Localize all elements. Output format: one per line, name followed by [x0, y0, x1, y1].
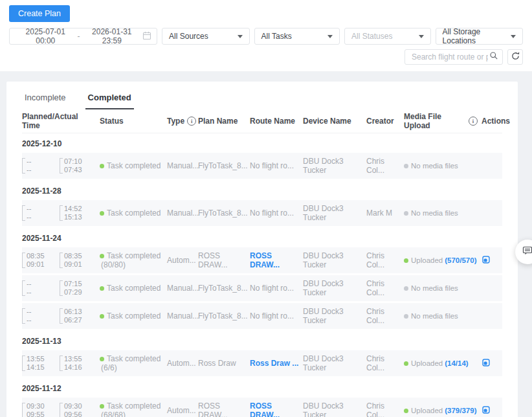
tab-incomplete[interactable]: Incomplete — [22, 87, 69, 109]
plan-name-cell: Ross Draw — [198, 359, 250, 368]
tab-completed[interactable]: Completed — [85, 87, 134, 109]
status-dot — [100, 254, 104, 258]
plan-name-cell: FlyToTask_8... — [198, 161, 250, 170]
status-cell: Task completed — [100, 208, 167, 218]
col-header-actions: Actions — [482, 117, 501, 126]
media-gallery-icon — [482, 358, 491, 369]
status-dot — [100, 286, 104, 291]
actual-time-cell: 08:3509:01 — [60, 252, 100, 269]
refresh-button[interactable] — [507, 49, 523, 65]
date-group-header: 2025-12-10 — [22, 133, 502, 153]
status-dot — [100, 164, 104, 168]
plan-name-cell: ROSS DRAW... — [198, 401, 250, 417]
device-name-cell: DBU Dock3 Tucker — [303, 251, 366, 269]
type-cell: Manual... — [167, 284, 198, 293]
actions-cell — [482, 405, 501, 416]
device-name-cell: DBU Dock3 Tucker — [303, 354, 366, 372]
status-label: Task completed — [107, 311, 161, 321]
status-cell: Task completed(6/6) — [100, 354, 167, 372]
planned-time-cell: ---- — [22, 308, 60, 324]
creator-cell: Chris Col... — [366, 401, 404, 417]
media-upload-cell: Uploaded(570/570) — [404, 256, 482, 264]
planned-time: ---- — [22, 157, 56, 174]
planned-time: ---- — [22, 280, 56, 297]
actual-time: 07:1507:29 — [60, 280, 96, 297]
planned-time-end: 09:55 — [27, 411, 56, 417]
planned-time-start: -- — [27, 157, 56, 166]
route-name-cell[interactable]: ROSS DRAW... — [250, 251, 303, 269]
sources-filter-select[interactable]: All Sources — [162, 28, 249, 45]
planned-time-cell: ---- — [22, 205, 60, 221]
col-header-plan-name: Plan Name — [198, 117, 250, 126]
status-cell: Task completed — [100, 284, 167, 293]
tasks-filter-select[interactable]: All Tasks — [254, 28, 340, 45]
chevron-down-icon — [238, 35, 243, 38]
planned-time-end: -- — [27, 316, 56, 324]
actual-time-start: 14:52 — [64, 205, 96, 213]
search-icon[interactable] — [489, 51, 498, 63]
actual-time: 14:5215:13 — [60, 205, 96, 221]
route-name-cell: No flight ro... — [250, 311, 303, 321]
refresh-icon — [511, 51, 520, 63]
media-upload-cell: No media files — [404, 162, 482, 170]
media-status-dot — [404, 286, 408, 291]
actual-time: 09:3009:56 — [60, 402, 96, 417]
route-name-cell[interactable]: ROSS DRAW... — [250, 401, 303, 417]
actual-time-start: 13:55 — [64, 355, 96, 363]
view-media-button[interactable] — [482, 255, 491, 266]
media-status-dot — [404, 258, 408, 263]
actual-time-end: 07:43 — [64, 166, 96, 174]
actual-time-start: 06:13 — [64, 308, 96, 316]
sources-filter-value: All Sources — [169, 32, 208, 41]
comment-icon — [522, 245, 532, 258]
chevron-down-icon — [511, 35, 516, 38]
media-status-dot — [404, 164, 408, 168]
create-plan-button[interactable]: Create Plan — [9, 5, 70, 22]
media-status-dot — [404, 361, 408, 366]
date-group-header: 2025-11-13 — [22, 331, 502, 350]
actual-time-cell: 13:5514:16 — [60, 355, 100, 372]
actual-time-end: 06:27 — [64, 316, 96, 324]
date-range-picker[interactable]: 2025-07-01 00:00 - 2026-01-31 23:59 — [9, 28, 157, 45]
col-header-route-name: Route Name — [250, 117, 303, 126]
media-count: (379/379) — [445, 407, 476, 414]
type-cell: Autom... — [167, 359, 198, 368]
date-range-start[interactable]: 2025-07-01 00:00 — [15, 27, 76, 45]
task-table-card: Incomplete Completed Planned/Actual Time… — [6, 82, 518, 417]
actions-cell — [482, 358, 501, 369]
plan-name-cell: FlyToTask_8... — [198, 311, 250, 321]
media-status-dot — [404, 211, 408, 216]
status-label: Task completed — [107, 251, 161, 260]
info-icon[interactable] — [469, 117, 478, 126]
date-range-end[interactable]: 2026-01-31 23:59 — [82, 27, 143, 45]
info-icon[interactable] — [187, 117, 196, 126]
actual-time-end: 07:29 — [64, 288, 96, 297]
date-group-header: 2025-11-12 — [22, 378, 502, 398]
view-media-button[interactable] — [482, 405, 491, 416]
date-group-header: 2025-11-28 — [22, 181, 502, 200]
planned-time: ---- — [22, 205, 56, 221]
planned-time-start: 09:30 — [27, 402, 56, 411]
media-upload-cell: No media files — [404, 209, 482, 217]
storage-locations-filter-select[interactable]: All Storage Locations — [436, 28, 523, 45]
status-cell: Task completed — [100, 311, 167, 321]
actual-time-cell: 07:1007:43 — [60, 157, 100, 174]
storage-locations-filter-value: All Storage Locations — [443, 27, 507, 45]
view-media-button[interactable] — [482, 358, 491, 369]
route-name-cell[interactable]: Ross Draw ... — [250, 359, 303, 368]
planned-time-cell: ---- — [22, 280, 60, 297]
device-name-cell: DBU Dock3 Tucker — [303, 279, 366, 297]
statuses-filter-select[interactable]: All Statuses — [344, 28, 431, 45]
type-cell: Manual... — [167, 208, 198, 218]
creator-cell: Mark M — [366, 208, 404, 218]
search-input[interactable] — [410, 52, 489, 62]
status-label: Task completed — [107, 354, 161, 363]
search-row — [9, 49, 523, 65]
status-dot — [100, 404, 104, 409]
media-gallery-icon — [482, 255, 491, 266]
type-cell: Manual... — [167, 311, 198, 321]
media-gallery-icon — [482, 405, 491, 416]
planned-time-end: 14:15 — [27, 363, 56, 372]
status-label: Task completed — [107, 208, 161, 218]
actual-time-start: 07:15 — [64, 280, 96, 288]
